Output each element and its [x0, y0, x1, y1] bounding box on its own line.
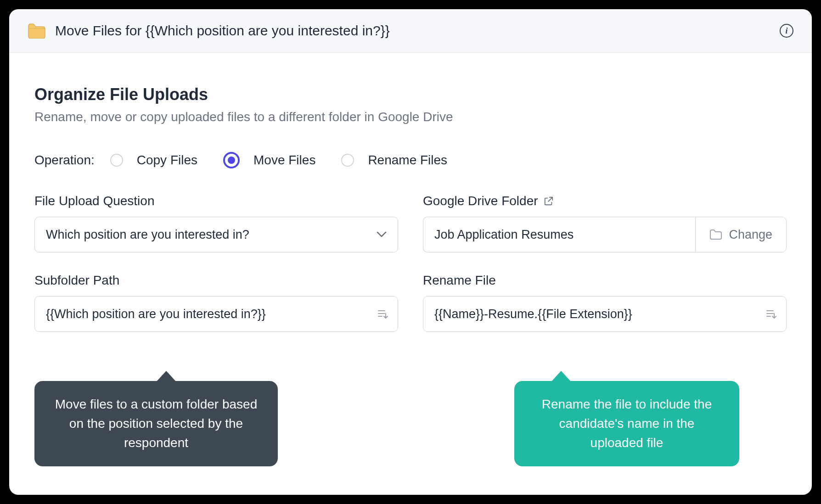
insert-variable-icon[interactable]: [377, 309, 388, 319]
change-button-label: Change: [729, 228, 772, 242]
insert-variable-icon[interactable]: [766, 309, 777, 319]
folder-icon: [28, 23, 46, 39]
operation-label: Operation:: [34, 153, 95, 168]
radio-rename[interactable]: [341, 154, 354, 167]
subfolder-label: Subfolder Path: [34, 273, 398, 288]
header-title: Move Files for {{Which position are you …: [55, 23, 390, 39]
section-title: Organize File Uploads: [34, 85, 787, 104]
info-icon[interactable]: i: [780, 24, 793, 38]
rename-label: Rename File: [423, 273, 787, 288]
radio-option-rename[interactable]: Rename Files: [341, 153, 447, 168]
radio-move-label: Move Files: [253, 153, 315, 168]
drive-folder-label: Google Drive Folder: [423, 194, 787, 208]
radio-option-move[interactable]: Move Files: [223, 152, 315, 168]
section-subtitle: Rename, move or copy uploaded files to a…: [34, 110, 787, 124]
panel-header: Move Files for {{Which position are you …: [9, 9, 812, 53]
field-upload-question: File Upload Question Which position are …: [34, 194, 398, 252]
rename-value: {{Name}}-Resume.{{File Extension}}: [434, 307, 632, 321]
drive-folder-row: Job Application Resumes Change: [423, 217, 787, 252]
settings-panel: Move Files for {{Which position are you …: [9, 9, 812, 495]
operation-row: Operation: Copy Files Move Files Rename …: [34, 152, 787, 168]
upload-question-label: File Upload Question: [34, 194, 398, 208]
upload-question-value: Which position are you interested in?: [46, 228, 249, 242]
rename-input[interactable]: {{Name}}-Resume.{{File Extension}}: [423, 296, 787, 332]
radio-copy-label: Copy Files: [137, 153, 197, 168]
tooltip-rename: Rename the file to include the candidate…: [514, 381, 739, 466]
external-link-icon[interactable]: [544, 196, 554, 206]
radio-option-copy[interactable]: Copy Files: [110, 153, 197, 168]
field-subfolder: Subfolder Path {{Which position are you …: [34, 273, 398, 332]
panel-body: Organize File Uploads Rename, move or co…: [9, 53, 812, 332]
upload-question-select[interactable]: Which position are you interested in?: [34, 217, 398, 252]
folder-outline-icon: [709, 229, 722, 240]
drive-folder-input[interactable]: Job Application Resumes: [423, 217, 695, 252]
subfolder-input[interactable]: {{Which position are you interested in?}…: [34, 296, 398, 332]
change-folder-button[interactable]: Change: [695, 217, 787, 252]
radio-rename-label: Rename Files: [368, 153, 447, 168]
drive-folder-label-text: Google Drive Folder: [423, 194, 538, 208]
tooltip-subfolder-text: Move files to a custom folder based on t…: [55, 397, 257, 450]
fields-grid: File Upload Question Which position are …: [34, 194, 787, 332]
chevron-down-icon: [377, 231, 387, 238]
tooltip-subfolder: Move files to a custom folder based on t…: [34, 381, 278, 466]
radio-copy[interactable]: [110, 154, 123, 167]
header-left: Move Files for {{Which position are you …: [28, 23, 390, 39]
subfolder-value: {{Which position are you interested in?}…: [46, 307, 266, 321]
field-rename: Rename File {{Name}}-Resume.{{File Exten…: [423, 273, 787, 332]
field-drive-folder: Google Drive Folder Job Application Resu…: [423, 194, 787, 252]
radio-move[interactable]: [223, 152, 240, 168]
drive-folder-value: Job Application Resumes: [434, 228, 574, 242]
tooltip-rename-text: Rename the file to include the candidate…: [542, 397, 712, 450]
